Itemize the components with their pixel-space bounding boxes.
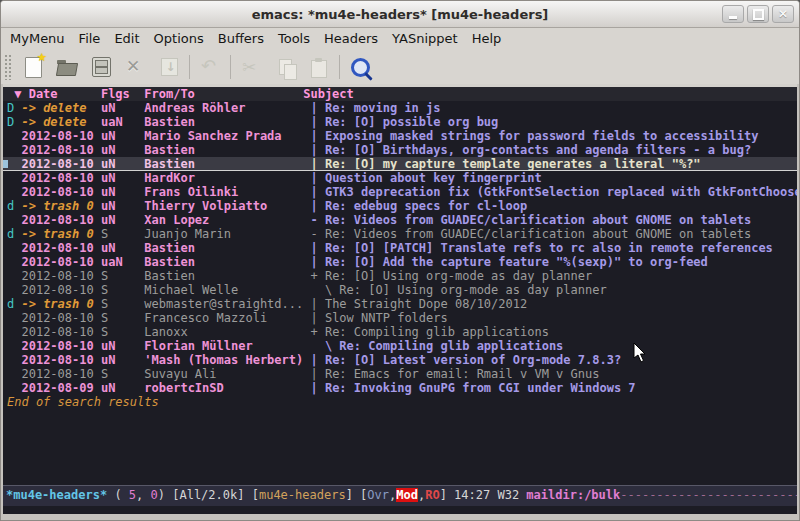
paste-icon [311, 60, 327, 78]
row-date: 2012-08-10 [21, 143, 100, 157]
row-from: Frans Oilinki [144, 185, 310, 199]
row-flags: S [101, 283, 144, 297]
message-row[interactable]: 2012-08-10 S Lanoxx + Re: Compiling glib… [3, 325, 797, 339]
minimize-button[interactable] [722, 5, 744, 23]
row-date: -> trash 0 [21, 297, 100, 311]
search-button[interactable] [343, 52, 377, 82]
row-from: HardKor [144, 171, 310, 185]
row-mark [7, 339, 21, 353]
open-icon [57, 60, 77, 75]
row-from: Suvayu Ali [144, 367, 310, 381]
toolbar-drag-handle[interactable] [4, 54, 12, 80]
echo-area[interactable] [3, 506, 797, 514]
window-title: emacs: *mu4e-headers* [mu4e-headers] [252, 7, 549, 22]
paste-button [302, 52, 336, 82]
row-mark [7, 353, 21, 367]
row-date: 2012-08-10 [21, 171, 100, 185]
frame-bottom-edge [3, 514, 797, 520]
menu-tools[interactable]: Tools [271, 28, 317, 50]
modeline-segment: ) [158, 488, 172, 502]
message-row[interactable]: 2012-08-10 uN Xan Lopez - Re: Videos fro… [3, 213, 797, 227]
row-date: 2012-08-10 [21, 269, 100, 283]
row-mark: d [7, 199, 21, 213]
message-row[interactable]: 2012-08-10 uN Bastien | Re: [O] my captu… [3, 157, 797, 171]
message-row[interactable]: 2012-08-10 S Suvayu Ali | Re: Emacs for … [3, 367, 797, 381]
undo-icon [200, 57, 220, 77]
row-flags: S [101, 311, 144, 325]
message-row[interactable]: 2012-08-10 uN Bastien | Re: [O] [PATCH] … [3, 241, 797, 255]
undo-button [193, 52, 227, 82]
message-row[interactable]: 2012-08-10 uN 'Mash (Thomas Herbert) | R… [3, 353, 797, 367]
message-row[interactable]: D -> delete uN Andreas Röhler | Re: movi… [3, 101, 797, 115]
modeline-segment: 0 [151, 488, 158, 502]
row-flags: uN [101, 171, 144, 185]
menu-options[interactable]: Options [147, 28, 211, 50]
message-row[interactable]: 2012-08-10 uN HardKor | Question about k… [3, 171, 797, 185]
message-row[interactable]: 2012-08-10 S Michael Welle \ Re: [O] Usi… [3, 283, 797, 297]
row-date: 2012-08-10 [21, 353, 100, 367]
message-row[interactable]: D -> delete uaN Bastien | Re: [O] possib… [3, 115, 797, 129]
close-icon [125, 57, 145, 77]
message-row[interactable]: 2012-08-10 S Francesco Mazzoli | Slow NN… [3, 311, 797, 325]
row-flags: uN [101, 101, 144, 115]
row-flags: uaN [101, 255, 144, 269]
row-date: 2012-08-10 [21, 241, 100, 255]
modeline-segment: [ [252, 488, 259, 502]
row-subject: | Question about key fingerprint [310, 171, 541, 185]
new-file-button[interactable] [16, 52, 50, 82]
row-subject: | Exposing masked strings for password f… [310, 129, 758, 143]
message-row[interactable]: 2012-08-09 uN robertcInSD | Re: Invoking… [3, 381, 797, 395]
row-date: -> trash 0 [21, 199, 100, 213]
message-row[interactable]: 2012-08-10 uaN Bastien | Re: [O] Add the… [3, 255, 797, 269]
menu-buffers[interactable]: Buffers [211, 28, 271, 50]
menu-edit[interactable]: Edit [107, 28, 146, 50]
row-date: 2012-08-10 [21, 311, 100, 325]
row-subject: \ Re: Compiling glib applications [310, 339, 563, 353]
menu-mymenu[interactable]: MyMenu [3, 28, 72, 50]
row-flags: uN [101, 381, 144, 395]
mode-line[interactable]: *mu4e-headers* ( 5, 0) [All/2.0k] [mu4e-… [3, 485, 797, 506]
message-row[interactable]: 2012-08-10 uN Frans Oilinki | GTK3 depre… [3, 185, 797, 199]
headers-column-header[interactable]: ▼ Date Flgs From/To Subject [3, 87, 797, 101]
message-row[interactable]: d -> trash 0 S Juanjo Marin - Re: Videos… [3, 227, 797, 241]
row-date: 2012-08-10 [21, 255, 100, 269]
save-buffer-button[interactable] [84, 52, 118, 82]
message-row[interactable]: 2012-08-10 uN Florian Müllner \ Re: Comp… [3, 339, 797, 353]
message-row[interactable]: 2012-08-10 uN Bastien | Re: [O] Birthday… [3, 143, 797, 157]
row-flags: S [101, 227, 144, 241]
close-button[interactable]: ✕ [772, 5, 794, 23]
maximize-button[interactable] [747, 5, 769, 23]
row-subject: | Slow NNTP folders [310, 311, 447, 325]
menu-file[interactable]: File [72, 28, 108, 50]
row-date: 2012-08-09 [21, 381, 100, 395]
row-flags: uN [101, 143, 144, 157]
row-subject: | Re: [O] [PATCH] Translate refs to rc a… [310, 241, 772, 255]
row-mark [7, 381, 21, 395]
row-from: Xan Lopez [144, 213, 310, 227]
row-flags: uaN [101, 115, 144, 129]
menu-yasnippet[interactable]: YASnippet [385, 28, 465, 50]
message-row[interactable]: d -> trash 0 uN Thierry Volpiatto | Re: … [3, 199, 797, 213]
menu-help[interactable]: Help [465, 28, 509, 50]
row-from: Thierry Volpiatto [144, 199, 310, 213]
row-date: -> trash 0 [21, 227, 100, 241]
close-buffer-button[interactable] [118, 52, 152, 82]
row-flags: S [101, 325, 144, 339]
mu4e-headers-buffer: ▼ Date Flgs From/To Subject D -> delete … [1, 84, 799, 520]
row-flags: S [101, 269, 144, 283]
row-flags: uN [101, 213, 144, 227]
row-subject: - Re: Videos from GUADEC/clarification a… [310, 213, 751, 227]
message-row[interactable]: d -> trash 0 S webmaster@straightd... | … [3, 297, 797, 311]
row-date: 2012-08-10 [21, 325, 100, 339]
row-date: 2012-08-10 [21, 283, 100, 297]
row-subject: + Re: [O] Using org-mode as day planner [310, 269, 592, 283]
open-file-button[interactable] [50, 52, 84, 82]
row-subject: \ Re: [O] Using org-mode as day planner [310, 283, 606, 297]
message-row[interactable]: 2012-08-10 S Bastien + Re: [O] Using org… [3, 269, 797, 283]
message-row[interactable]: 2012-08-10 uN Mario Sanchez Prada | Expo… [3, 129, 797, 143]
row-mark [7, 213, 21, 227]
menu-headers[interactable]: Headers [317, 28, 385, 50]
row-flags: uN [101, 199, 144, 213]
row-mark [7, 269, 21, 283]
row-from: Juanjo Marin [144, 227, 310, 241]
